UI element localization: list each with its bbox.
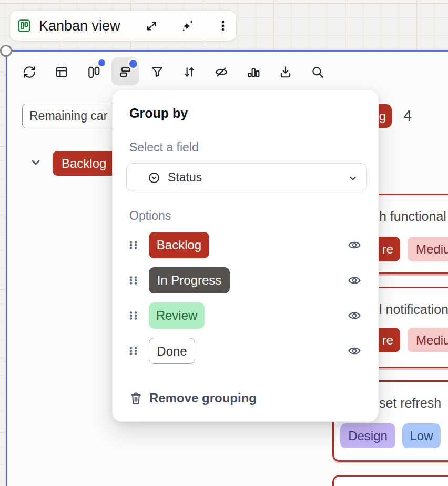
popup-title: Group by	[129, 106, 188, 121]
expand-icon	[145, 19, 159, 33]
eye-icon[interactable]	[348, 239, 361, 251]
card-tag: Medium	[408, 237, 448, 261]
panel-layout-icon[interactable]	[55, 65, 68, 79]
remove-grouping-label: Remove grouping	[149, 391, 257, 406]
more-menu-button[interactable]	[206, 11, 240, 41]
option-row: In Progress	[113, 267, 378, 293]
ai-button[interactable]	[169, 11, 206, 41]
floating-toolbar: Kanban view	[9, 10, 237, 42]
group-header-badge[interactable]: Backlog	[53, 151, 120, 176]
trash-icon	[129, 391, 142, 406]
card-title: l notification	[379, 302, 448, 317]
group-collapse-chevron-icon[interactable]	[29, 156, 42, 169]
drag-handle-icon[interactable]	[129, 347, 137, 355]
card-title: set refresh	[379, 396, 441, 411]
status-field-icon	[148, 171, 160, 184]
kanban-logo-icon	[17, 18, 32, 33]
search-icon[interactable]	[311, 65, 324, 79]
hide-fields-icon[interactable]	[215, 65, 228, 79]
field-select[interactable]: Status	[126, 163, 367, 191]
option-row: Backlog	[113, 232, 378, 258]
selection-resize-handle[interactable]	[0, 45, 12, 57]
card-tag: Low	[402, 423, 441, 448]
download-icon[interactable]	[279, 65, 292, 79]
selection-frame-top	[7, 50, 448, 52]
option-row: Done	[113, 338, 378, 364]
option-badge[interactable]: In Progress	[149, 267, 230, 293]
column-card-count: 4	[403, 107, 412, 125]
view-title: Kanban view	[39, 18, 120, 34]
drag-handle-icon[interactable]	[129, 276, 137, 285]
field-select-value: Status	[168, 170, 202, 185]
kanban-notification-dot	[97, 58, 107, 68]
eye-icon[interactable]	[348, 275, 361, 286]
options-section-label: Options	[129, 209, 171, 223]
group-notification-dot	[128, 58, 139, 69]
expand-button[interactable]	[134, 11, 169, 41]
option-badge[interactable]: Review	[149, 302, 205, 329]
sparkle-icon	[180, 18, 195, 34]
kanban-card[interactable]	[332, 475, 448, 486]
field-section-label: Select a field	[129, 140, 199, 155]
refresh-icon[interactable]	[23, 65, 36, 79]
selection-frame-left	[6, 50, 7, 486]
filter-icon[interactable]	[150, 65, 164, 79]
kanban-columns-icon[interactable]	[87, 65, 100, 79]
group-by-popup: Group by Select a field Status Options B…	[112, 89, 379, 422]
option-row: Review	[113, 302, 378, 329]
sort-icon[interactable]	[182, 65, 196, 79]
kanban-view-button[interactable]: Kanban view	[10, 11, 134, 41]
card-tag: Medium	[408, 328, 448, 352]
eye-icon[interactable]	[348, 310, 361, 321]
card-title: h functional	[379, 209, 446, 224]
more-vertical-icon	[216, 19, 230, 33]
card-tag: Design	[340, 423, 395, 448]
chart-icon[interactable]	[247, 65, 260, 79]
drag-handle-icon[interactable]	[129, 241, 137, 249]
chevron-down-icon	[348, 173, 358, 184]
option-badge[interactable]: Done	[149, 338, 195, 364]
remove-grouping-button[interactable]: Remove grouping	[129, 391, 257, 406]
eye-icon[interactable]	[348, 345, 361, 357]
drag-handle-icon[interactable]	[129, 311, 137, 320]
option-badge[interactable]: Backlog	[149, 232, 209, 258]
